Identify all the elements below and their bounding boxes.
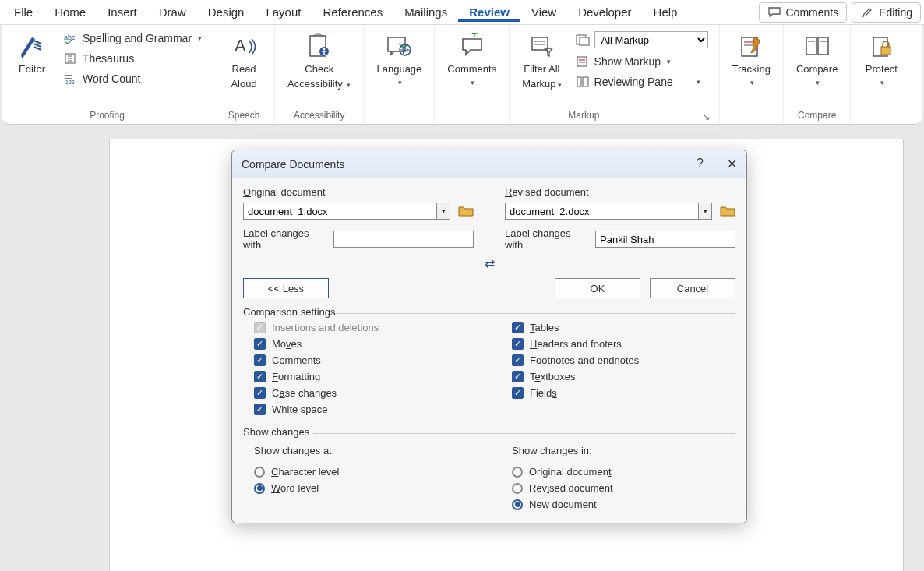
tab-layout[interactable]: Layout xyxy=(255,2,312,22)
chk-whitespace[interactable]: ✓White space xyxy=(254,404,478,415)
wordcount-button[interactable]: 123 Word Count xyxy=(61,70,205,87)
group-proofing-label: Proofing xyxy=(90,108,125,122)
show-markup-icon xyxy=(576,55,590,69)
comments-ribbon-button[interactable]: + Comments ▾ xyxy=(443,30,501,90)
aloud-label: Aloud xyxy=(231,79,256,90)
svg-point-11 xyxy=(323,48,325,51)
filter-markup-button[interactable]: Filter All Markup▾ xyxy=(517,30,566,93)
chevron-down-icon: ▾ xyxy=(750,79,754,86)
rev-author-input[interactable] xyxy=(595,231,735,248)
chk-label: Formatting xyxy=(272,371,320,382)
swap-button[interactable]: ⇄ xyxy=(243,251,735,273)
revised-doc-dropdown[interactable]: ▾ xyxy=(698,203,712,220)
svg-rect-25 xyxy=(577,77,581,86)
checkbox-icon: ✓ xyxy=(254,322,266,333)
group-compare: Compare ▾ Compare xyxy=(784,25,851,124)
browse-original-button[interactable] xyxy=(458,205,474,217)
read-aloud-button[interactable]: A Read Aloud xyxy=(221,30,266,93)
less-label: << Less xyxy=(268,283,304,294)
tab-insert[interactable]: Insert xyxy=(97,2,148,22)
radio-original-doc[interactable]: Original document xyxy=(512,466,735,478)
tab-file[interactable]: File xyxy=(3,2,44,22)
tracking-button[interactable]: Tracking ▾ xyxy=(728,30,775,90)
browse-revised-button[interactable] xyxy=(720,205,735,217)
chk-comments[interactable]: ✓Comments xyxy=(254,354,478,366)
close-button[interactable]: ✕ xyxy=(727,157,737,171)
chevron-down-icon: ▾ xyxy=(816,79,820,86)
tab-home[interactable]: Home xyxy=(44,2,97,22)
tab-references[interactable]: References xyxy=(312,2,393,22)
comments-ribbon-label: Comments xyxy=(447,64,496,76)
comments-button-label: Comments xyxy=(786,6,839,19)
thesaurus-icon xyxy=(64,51,78,65)
chk-textboxes[interactable]: ✓Textboxes xyxy=(512,371,735,382)
radio-revised-doc[interactable]: Revised document xyxy=(512,482,735,494)
svg-rect-35 xyxy=(881,47,890,55)
tab-review[interactable]: Review xyxy=(458,2,520,22)
chk-moves[interactable]: ✓Moves xyxy=(254,338,478,350)
radio-new-doc[interactable]: New document xyxy=(512,499,735,510)
accessibility-icon xyxy=(305,33,333,61)
language-button[interactable]: Language ▾ xyxy=(372,30,426,90)
thesaurus-button[interactable]: Thesaurus xyxy=(61,50,205,67)
spelling-icon: abc xyxy=(64,31,78,45)
tab-developer[interactable]: Developer xyxy=(567,2,642,22)
group-comments: + Comments ▾ xyxy=(435,25,510,124)
radio-char-level[interactable]: Character level xyxy=(254,466,478,478)
chk-label: Headers and footers xyxy=(530,338,622,350)
compare-button[interactable]: Compare ▾ xyxy=(792,30,842,90)
reviewing-pane-icon xyxy=(576,75,590,89)
show-changes-at-label: Show changes at: xyxy=(254,445,478,456)
menu-bar: File Home Insert Draw Design Layout Refe… xyxy=(0,0,924,25)
chk-formatting[interactable]: ✓Formatting xyxy=(254,371,478,382)
cancel-button[interactable]: Cancel xyxy=(650,278,735,298)
chk-case[interactable]: ✓Case changes xyxy=(254,387,478,399)
reviewing-pane-button[interactable]: Reviewing Pane ▾ xyxy=(573,73,711,90)
tab-mailings[interactable]: Mailings xyxy=(393,2,458,22)
orig-author-input[interactable] xyxy=(333,231,474,248)
tab-view[interactable]: View xyxy=(520,2,567,22)
tracking-label: Tracking xyxy=(732,64,771,76)
tab-design[interactable]: Design xyxy=(197,2,256,22)
compare-dialog: Compare Documents ? ✕ OOriginal document… xyxy=(231,150,747,523)
protect-button[interactable]: Protect ▾ xyxy=(859,30,904,90)
dialog-launcher-icon[interactable]: ↘ xyxy=(701,112,711,122)
orig-label-changes-label: Label changes with xyxy=(243,227,324,251)
filter-icon xyxy=(527,33,555,61)
chk-fields[interactable]: ✓Fields xyxy=(512,387,735,399)
markup-dropdown[interactable]: All Markup xyxy=(594,31,708,48)
tracking-icon xyxy=(737,33,765,61)
chk-footnotes[interactable]: ✓Footnotes and endnotes xyxy=(512,354,735,366)
svg-text:A: A xyxy=(235,36,246,55)
ok-button[interactable]: OK xyxy=(555,278,640,298)
check-accessibility-button[interactable]: Check Accessibility ▾ xyxy=(283,30,355,93)
editor-button[interactable]: Editor xyxy=(9,30,55,79)
chk-label: Insertions and deletions xyxy=(272,322,379,333)
editing-button[interactable]: Editing xyxy=(852,2,921,23)
radio-icon xyxy=(254,467,265,478)
tab-help[interactable]: Help xyxy=(643,2,689,22)
chevron-down-icon: ▾ xyxy=(880,79,884,86)
group-protect-spacer xyxy=(880,108,883,122)
tab-draw[interactable]: Draw xyxy=(148,2,197,22)
editing-button-label: Editing xyxy=(879,6,912,19)
radio-word-level[interactable]: Word level xyxy=(254,482,478,494)
original-doc-dropdown[interactable]: ▾ xyxy=(436,203,450,220)
help-button[interactable]: ? xyxy=(697,157,704,171)
show-markup-button[interactable]: Show Markup ▾ xyxy=(573,53,711,70)
svg-rect-21 xyxy=(580,37,589,45)
less-button[interactable]: << Less xyxy=(243,278,329,298)
group-comments-spacer xyxy=(471,108,473,122)
chk-headers[interactable]: ✓Headers and footers xyxy=(512,338,735,350)
original-doc-input[interactable] xyxy=(243,203,436,220)
revised-doc-input[interactable] xyxy=(505,203,698,220)
checkbox-icon: ✓ xyxy=(254,338,266,350)
checkbox-icon: ✓ xyxy=(254,387,266,399)
chk-label: Tables xyxy=(530,322,559,333)
group-language-spacer xyxy=(398,108,400,122)
radio-label: Revised document xyxy=(529,482,613,494)
chk-tables[interactable]: ✓Tables xyxy=(512,322,735,333)
spelling-button[interactable]: abc Spelling and Grammar ▾ xyxy=(61,30,205,47)
markup-select-icon xyxy=(576,33,590,47)
comments-button[interactable]: Comments xyxy=(759,2,848,23)
